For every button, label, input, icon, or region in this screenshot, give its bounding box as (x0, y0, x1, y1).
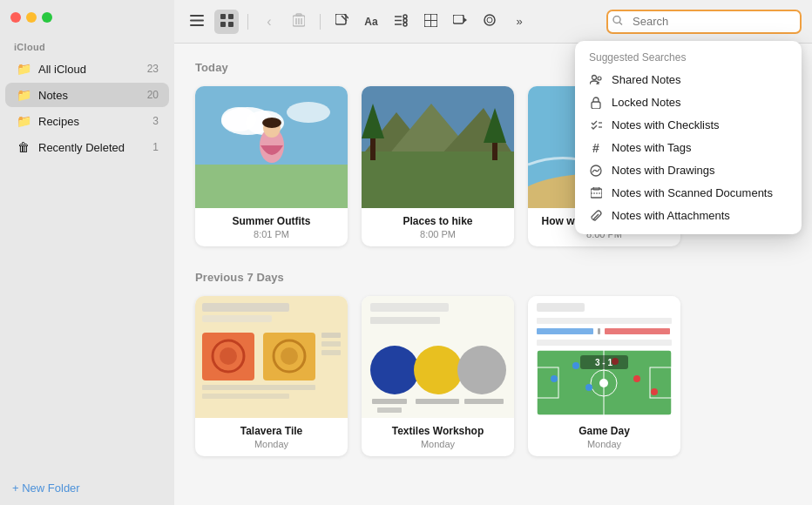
dropdown-item-label: Notes with Attachments (612, 209, 730, 222)
sidebar-badge: 23 (141, 63, 159, 75)
dropdown-item-label: Notes with Scanned Documents (612, 186, 773, 199)
minimize-button[interactable] (26, 12, 37, 23)
font-button[interactable]: Aa (359, 10, 383, 34)
font-icon: Aa (364, 16, 377, 28)
dropdown-item-locked-notes[interactable]: Locked Notes (575, 91, 802, 114)
more-button[interactable]: » (507, 10, 531, 34)
note-card-body: Summer Outfits 8:01 PM (195, 208, 348, 246)
note-card-title: Game Day (537, 425, 672, 437)
share-icon (483, 13, 497, 30)
note-card-title: Summer Outfits (204, 215, 339, 227)
svg-rect-82 (416, 399, 459, 404)
folder-icon: 📁 (16, 61, 31, 77)
svg-rect-88 (537, 328, 593, 334)
checklist-button[interactable] (389, 10, 413, 34)
dropdown-item-shared-notes[interactable]: Shared Notes (575, 69, 802, 91)
note-card-game-day[interactable]: 3 - 1 Game Day Monday (528, 296, 680, 456)
sidebar-badge: 1 (141, 141, 159, 153)
svg-rect-3 (220, 14, 226, 19)
svg-rect-4 (228, 14, 233, 19)
svg-point-28 (613, 16, 620, 23)
folder-icon: 📁 (16, 87, 31, 103)
dropdown-item-label: Shared Notes (612, 73, 681, 86)
note-card-title: Textiles Workshop (370, 425, 505, 437)
svg-rect-70 (321, 333, 341, 338)
svg-point-102 (633, 375, 640, 382)
fullscreen-button[interactable] (42, 12, 52, 23)
dropdown-item-notes-checklists[interactable]: Notes with Checklists (575, 114, 802, 137)
table-button[interactable] (418, 10, 443, 34)
note-card-time: 8:01 PM (204, 229, 339, 239)
svg-rect-52 (362, 152, 514, 208)
svg-rect-72 (321, 350, 341, 355)
svg-point-80 (457, 346, 506, 394)
share-button[interactable] (477, 10, 502, 34)
svg-rect-77 (370, 317, 440, 324)
svg-rect-24 (453, 15, 464, 24)
paperclip-icon (589, 209, 603, 223)
sidebar: iCloud 📁 All iCloud 23 📁 Notes 20 📁 Reci… (0, 0, 174, 505)
close-button[interactable] (10, 12, 21, 23)
svg-rect-74 (202, 394, 289, 399)
previous7days-section-title: Previous 7 Days (195, 271, 791, 284)
new-folder-button[interactable]: + New Folder (0, 471, 174, 505)
svg-rect-89 (598, 328, 600, 334)
svg-point-31 (598, 77, 601, 80)
compose-icon (335, 14, 348, 30)
back-button[interactable]: ‹ (257, 10, 281, 34)
sidebar-item-notes[interactable]: 📁 Notes 20 (5, 83, 169, 107)
note-card-title: Places to hike (370, 215, 505, 227)
dropdown-item-label: Notes with Drawings (612, 164, 715, 177)
svg-point-27 (487, 17, 492, 23)
svg-rect-1 (190, 20, 204, 22)
note-card-body: Talavera Tile Monday (195, 418, 348, 456)
dropdown-item-notes-attachments[interactable]: Notes with Attachments (575, 205, 802, 227)
dropdown-item-label: Notes with Checklists (612, 118, 720, 131)
note-thumbnail: 3 - 1 (528, 296, 680, 418)
note-card-textiles-workshop[interactable]: Textiles Workshop Monday (362, 296, 514, 456)
search-input[interactable] (606, 10, 802, 34)
dropdown-item-notes-tags[interactable]: # Notes with Tags (575, 137, 802, 159)
note-card-talavera-tile[interactable]: Talavera Tile Monday (195, 296, 348, 456)
dropdown-item-notes-scanned[interactable]: Notes with Scanned Documents (575, 182, 802, 205)
sidebar-item-recipes[interactable]: 📁 Recipes 3 (5, 109, 169, 133)
dropdown-item-notes-drawings[interactable]: Notes with Drawings (575, 159, 802, 182)
svg-point-98 (551, 375, 558, 382)
svg-rect-91 (537, 340, 672, 346)
svg-point-104 (599, 379, 608, 387)
shared-notes-icon (589, 73, 603, 87)
note-card-time: Monday (370, 439, 505, 449)
media-icon (453, 14, 467, 29)
note-card-body: Game Day Monday (528, 418, 680, 456)
separator (320, 14, 321, 30)
sidebar-item-all-icloud[interactable]: 📁 All iCloud 23 (5, 57, 169, 81)
previous7days-notes-grid: Talavera Tile Monday (195, 296, 791, 456)
search-container: Suggested Searches Shared Notes Locked N… (606, 10, 802, 34)
sidebar-item-recently-deleted[interactable]: 🗑 Recently Deleted 1 (5, 135, 169, 159)
svg-text:3 - 1: 3 - 1 (595, 358, 612, 367)
svg-point-100 (585, 384, 592, 391)
svg-point-67 (220, 347, 237, 365)
svg-rect-0 (190, 15, 204, 17)
media-button[interactable] (448, 10, 472, 34)
svg-point-103 (651, 388, 658, 395)
svg-rect-2 (190, 24, 204, 26)
sidebar-badge: 20 (141, 89, 159, 101)
svg-point-30 (592, 75, 597, 79)
grid-view-button[interactable] (214, 10, 239, 34)
scan-icon (589, 186, 603, 200)
table-icon (424, 14, 437, 30)
search-dropdown: Suggested Searches Shared Notes Locked N… (575, 41, 802, 234)
delete-button[interactable] (287, 10, 311, 34)
svg-point-78 (370, 346, 419, 394)
compose-button[interactable] (329, 10, 354, 34)
list-icon (190, 14, 204, 29)
svg-point-26 (484, 15, 495, 25)
note-card-places-to-hike[interactable]: Places to hike 8:00 PM (362, 86, 514, 246)
note-card-summer-outfits[interactable]: Summer Outfits 8:01 PM (195, 86, 348, 246)
list-view-button[interactable] (185, 10, 209, 34)
tag-icon: # (589, 141, 603, 155)
dropdown-item-label: Locked Notes (612, 96, 681, 109)
svg-point-20 (403, 23, 407, 26)
note-card-time: Monday (537, 439, 672, 449)
